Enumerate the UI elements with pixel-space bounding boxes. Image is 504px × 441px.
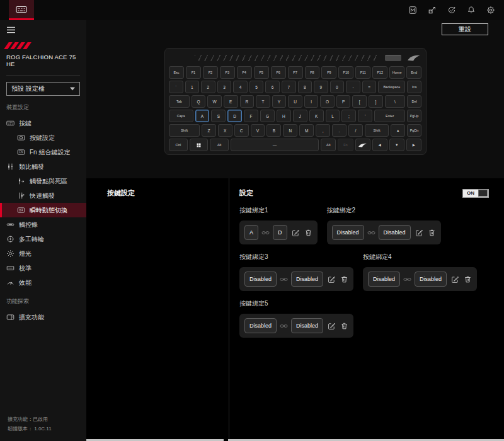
key-f12[interactable]: F12 xyxy=(372,66,387,79)
key-end[interactable]: End xyxy=(406,66,421,79)
delete-binding-2-button[interactable] xyxy=(428,229,436,237)
key-arrow-right[interactable]: ▶ xyxy=(406,139,421,151)
key-t[interactable]: T xyxy=(256,95,270,108)
key-h[interactable]: H xyxy=(277,110,291,122)
sidebar-item-key-settings[interactable]: 按鍵設定 xyxy=(0,130,86,145)
key-f[interactable]: F xyxy=(244,110,258,122)
binding-4-key2[interactable]: Disabled xyxy=(415,272,447,287)
key-minus[interactable]: - xyxy=(346,81,360,93)
key-rog[interactable] xyxy=(355,139,370,151)
sidebar-item-calibration[interactable]: 校準 xyxy=(0,261,86,275)
key-ctrl[interactable]: Ctrl xyxy=(169,139,188,151)
sidebar-item-extensions[interactable]: 擴充功能 xyxy=(0,310,86,324)
key-4[interactable]: 4 xyxy=(233,81,248,93)
key-f11[interactable]: F11 xyxy=(355,66,370,79)
reset-button[interactable]: 重設 xyxy=(442,23,488,35)
sidebar-item-analog-trigger[interactable]: 類比觸發 xyxy=(0,159,86,174)
key-backslash[interactable]: \ xyxy=(385,95,406,108)
key-alt[interactable]: Alt xyxy=(210,139,229,151)
key-e[interactable]: E xyxy=(224,95,238,108)
sidebar-item-rapid-trigger[interactable]: 快速觸發 xyxy=(0,188,86,203)
key-fn[interactable]: Fn xyxy=(338,139,353,151)
edit-binding-2-button[interactable] xyxy=(415,229,423,237)
key-u[interactable]: U xyxy=(288,95,302,108)
binding-3-key2[interactable]: Disabled xyxy=(291,272,323,287)
delete-binding-4-button[interactable] xyxy=(464,275,472,284)
key-a[interactable]: A xyxy=(195,110,210,122)
key-f6[interactable]: F6 xyxy=(271,66,286,79)
binding-5-key2[interactable]: Disabled xyxy=(291,318,323,333)
key-semicolon[interactable]: ; xyxy=(341,110,356,122)
key-i[interactable]: I xyxy=(304,95,319,108)
device-tab[interactable] xyxy=(9,0,34,20)
key-bracket-right[interactable]: ] xyxy=(369,95,383,108)
sidebar-item-performance[interactable]: 效能 xyxy=(0,275,86,290)
key-pgup[interactable]: PgUp xyxy=(407,110,421,122)
binding-2-key1[interactable]: Disabled xyxy=(332,225,364,240)
key-6[interactable]: 6 xyxy=(265,81,280,93)
key-r[interactable]: R xyxy=(240,95,255,108)
key-win[interactable] xyxy=(190,139,209,151)
key-arrow-up[interactable]: ▲ xyxy=(391,124,405,137)
key-7[interactable]: 7 xyxy=(282,81,296,93)
key-slash[interactable]: / xyxy=(348,124,363,137)
key-f1[interactable]: F1 xyxy=(186,66,201,79)
key-grave[interactable]: ` xyxy=(169,81,183,93)
delete-binding-3-button[interactable] xyxy=(340,275,348,284)
key-n[interactable]: N xyxy=(283,124,297,137)
key-p[interactable]: P xyxy=(336,95,351,108)
binding-2-key2[interactable]: Disabled xyxy=(379,225,411,240)
key-arrow-left[interactable]: ◀ xyxy=(372,139,387,151)
key-9[interactable]: 9 xyxy=(314,81,328,93)
key-arrow-down[interactable]: ▼ xyxy=(389,139,404,151)
key-k[interactable]: K xyxy=(309,110,324,122)
key-bracket-left[interactable]: [ xyxy=(352,95,367,108)
key-5[interactable]: 5 xyxy=(249,81,264,93)
key-home[interactable]: Home xyxy=(389,66,404,79)
key-c[interactable]: C xyxy=(234,124,249,137)
key-1[interactable]: 1 xyxy=(185,81,200,93)
key-f10[interactable]: F10 xyxy=(338,66,353,79)
key-f9[interactable]: F9 xyxy=(321,66,336,79)
key-f8[interactable]: F8 xyxy=(305,66,320,79)
key-f3[interactable]: F3 xyxy=(220,66,235,79)
key-f2[interactable]: F2 xyxy=(203,66,218,79)
key-caps[interactable]: Caps xyxy=(169,110,193,122)
sidebar-item-snap-switch[interactable]: 瞬時動態切換 xyxy=(0,203,86,217)
key-alt-right[interactable]: Alt xyxy=(321,139,336,151)
key-quote[interactable]: ' xyxy=(358,110,372,122)
key-f5[interactable]: F5 xyxy=(254,66,269,79)
binding-1-key2[interactable]: D xyxy=(273,225,287,240)
key-f7[interactable]: F7 xyxy=(288,66,303,79)
key-esc[interactable]: Esc xyxy=(169,66,184,79)
sync-button[interactable] xyxy=(447,6,456,14)
edit-binding-4-button[interactable] xyxy=(451,275,459,284)
hamburger-menu-icon[interactable] xyxy=(6,26,16,34)
key-ins[interactable]: Ins xyxy=(407,81,421,93)
profile-select[interactable]: 預設 設定檔 xyxy=(6,82,80,96)
key-j[interactable]: J xyxy=(293,110,307,122)
key-0[interactable]: 0 xyxy=(330,81,345,93)
notifications-button[interactable] xyxy=(467,6,476,14)
sidebar-item-trigger-point-deadzone[interactable]: 觸發點與死區 xyxy=(0,174,86,188)
macro-button[interactable] xyxy=(408,6,417,14)
key-backspace[interactable]: Backspace xyxy=(378,81,405,93)
key-m[interactable]: M xyxy=(299,124,314,137)
edit-binding-3-button[interactable] xyxy=(328,275,336,284)
key-b[interactable]: B xyxy=(266,124,281,137)
resize-button[interactable] xyxy=(428,6,437,14)
sidebar-item-fn-combo-settings[interactable]: FNFn 組合鍵設定 xyxy=(0,145,86,159)
delete-binding-1-button[interactable] xyxy=(304,229,312,237)
key-tab[interactable]: Tab xyxy=(169,95,190,108)
settings-button[interactable] xyxy=(486,6,495,14)
sidebar-item-multi-wheel[interactable]: 多工轉輪 xyxy=(0,232,86,246)
key-2[interactable]: 2 xyxy=(201,81,215,93)
key-o[interactable]: O xyxy=(320,95,335,108)
edit-binding-5-button[interactable] xyxy=(328,322,336,330)
key-z[interactable]: Z xyxy=(202,124,216,137)
sidebar-item-touchbar[interactable]: 觸控條 xyxy=(0,217,86,232)
key-enter[interactable]: Enter xyxy=(374,110,405,122)
key-y[interactable]: Y xyxy=(272,95,287,108)
key-3[interactable]: 3 xyxy=(217,81,232,93)
key-s[interactable]: S xyxy=(211,110,226,122)
